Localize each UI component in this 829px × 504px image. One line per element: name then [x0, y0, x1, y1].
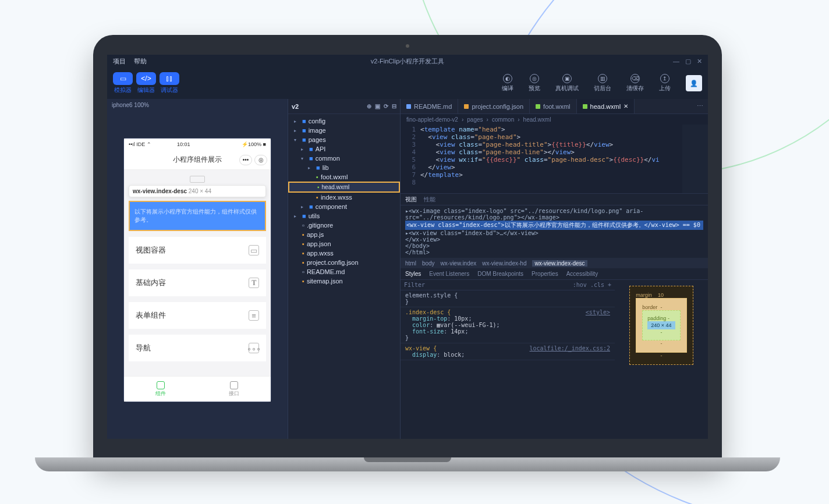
ide-window: 项目 帮助 v2-FinClip小程序开发工具 — ▢ ✕ ▭模拟器 </>编辑… — [107, 55, 708, 439]
action-preview[interactable]: ◎预览 — [529, 74, 540, 93]
phone-tab-api[interactable]: 接口 — [197, 377, 271, 402]
maximize-icon[interactable]: ▢ — [685, 58, 691, 65]
code-editor[interactable]: 1<template name="head">2 <view class="pa… — [401, 125, 708, 193]
box-model: margin 10 border - padding - 240 × 44 - … — [615, 280, 708, 439]
tree-node[interactable]: ▸■ API — [288, 144, 400, 154]
devtab-view[interactable]: 视图 — [405, 196, 417, 204]
action-compile[interactable]: ◐编译 — [502, 74, 513, 93]
preview-card[interactable]: 表单组件≡ — [129, 302, 266, 329]
tree-node[interactable]: ▸■ utils — [288, 211, 400, 221]
devtools-subtab[interactable]: Properties — [532, 271, 558, 277]
crumb[interactable]: pages — [467, 116, 483, 123]
close-icon[interactable]: ✕ — [697, 58, 702, 65]
preview-card[interactable]: 导航∘∘∘ — [129, 335, 266, 361]
explorer-root: v2 — [292, 103, 299, 110]
tree-node[interactable]: ▪ app.wxss — [288, 249, 400, 258]
laptop-frame: 项目 帮助 v2-FinClip小程序开发工具 — ▢ ✕ ▭模拟器 </>编辑… — [93, 35, 722, 460]
menu-project[interactable]: 项目 — [113, 57, 126, 66]
devtools-subtab[interactable]: Styles — [405, 271, 421, 277]
crumb[interactable]: head.wxml — [523, 116, 551, 123]
tree-node[interactable]: ▪ sitemap.json — [288, 276, 400, 286]
tree-node[interactable]: ▸■ config — [288, 116, 400, 126]
crumb[interactable]: fino-applet-demo-v2 — [406, 116, 458, 123]
devtools-subtab[interactable]: Accessibility — [566, 271, 598, 277]
preview-card[interactable]: 视图容器▭ — [129, 237, 266, 264]
dom-breadcrumb: htmlbodywx-view.indexwx-view.index-hdwx-… — [401, 258, 708, 268]
dom-crumb[interactable]: wx-view.index — [441, 260, 477, 267]
tree-node[interactable]: ▪ app.json — [288, 239, 400, 249]
dom-crumb[interactable]: body — [422, 260, 435, 267]
mode-debugger[interactable]: ⫿⫿调试器 — [160, 72, 179, 94]
simulator-pane: iphone6 100% ••ıl IDE ⌃ 10:01 ⚡100% ■ 小程… — [107, 99, 288, 439]
devtools-subtab[interactable]: Event Listeners — [429, 271, 469, 277]
tab-close-icon[interactable]: ✕ — [623, 103, 628, 109]
capsule-menu-icon[interactable]: ••• — [239, 155, 252, 165]
tree-node[interactable]: ▸■ lib — [288, 163, 400, 172]
tree-node[interactable]: ▸■ component — [288, 202, 400, 211]
minimap[interactable] — [682, 125, 708, 193]
tree-node[interactable]: ▫ .gitignore — [288, 221, 400, 230]
tabs-more-icon[interactable]: ⋯ — [692, 99, 708, 113]
window-title: v2-FinClip小程序开发工具 — [371, 57, 445, 66]
tree-node[interactable]: ▪ project.config.json — [288, 258, 400, 267]
tree-node[interactable]: ▪ foot.wxml — [288, 172, 400, 182]
hov-toggle[interactable]: :hov — [573, 282, 587, 288]
editor-tabs: README.md project.config.json foot.wxml … — [401, 99, 708, 114]
devtools-subtab[interactable]: DOM Breakpoints — [477, 271, 523, 277]
refresh-icon[interactable]: ⟳ — [384, 103, 388, 109]
styles-panel[interactable]: Filter :hov .cls + element.style {} <sty… — [401, 280, 615, 439]
collapse-icon[interactable]: ⊟ — [392, 103, 396, 109]
action-remote-debug[interactable]: ▣真机调试 — [555, 74, 579, 93]
avatar[interactable]: 👤 — [686, 75, 702, 91]
phone-title: 小程序组件展示 — [173, 155, 222, 165]
mode-editor[interactable]: </>编辑器 — [136, 72, 156, 94]
crumb[interactable]: common — [492, 116, 514, 123]
preview-card[interactable]: 基础内容𝐓 — [129, 269, 266, 296]
dom-crumb[interactable]: wx-view.index-hd — [482, 260, 526, 267]
menubar: 项目 帮助 v2-FinClip小程序开发工具 — ▢ ✕ — [107, 55, 708, 68]
minimize-icon[interactable]: — — [673, 58, 679, 65]
action-background[interactable]: ▥切后台 — [594, 74, 611, 93]
devtools-subtabs: StylesEvent ListenersDOM BreakpointsProp… — [401, 268, 708, 280]
tree-node[interactable]: ▫ README.md — [288, 267, 400, 276]
mode-simulator[interactable]: ▭模拟器 — [113, 72, 133, 94]
add-rule-icon[interactable]: + — [608, 282, 611, 288]
tree-node[interactable]: ▪ app.js — [288, 230, 400, 239]
action-upload[interactable]: ↥上传 — [659, 74, 671, 93]
logo-placeholder — [190, 176, 205, 183]
tree-node[interactable]: ▪ head.wxml — [288, 182, 400, 193]
cls-toggle[interactable]: .cls — [590, 282, 604, 288]
dom-crumb[interactable]: wx-view.index-desc — [532, 260, 587, 267]
phone-statusbar: ••ıl IDE ⌃ 10:01 ⚡100% ■ — [124, 139, 271, 150]
editor-tab[interactable]: README.md — [401, 99, 458, 113]
menu-help[interactable]: 帮助 — [134, 57, 147, 66]
tree-node[interactable]: ▾■ common — [288, 154, 400, 163]
laptop-base — [35, 457, 780, 471]
phone-preview: ••ıl IDE ⌃ 10:01 ⚡100% ■ 小程序组件展示 ••• ◎ w… — [124, 139, 271, 402]
phone-navbar: 小程序组件展示 ••• ◎ — [124, 150, 271, 170]
editor-tab[interactable]: project.config.json — [458, 99, 530, 113]
dom-tree[interactable]: ▸<wx-image class="index-logo" src="../re… — [401, 205, 708, 258]
phone-tab-component[interactable]: 组件 — [124, 377, 197, 402]
devtools: 视图 性能 ▸<wx-image class="index-logo" src=… — [401, 193, 708, 439]
inspect-tooltip: wx-view.index-desc 240 × 44 — [129, 185, 266, 197]
toolbar: ▭模拟器 </>编辑器 ⫿⫿调试器 ◐编译 ◎预览 ▣真机调试 ▥切后台 ⌫清缓… — [107, 68, 708, 99]
tree-node[interactable]: ▾■ pages — [288, 135, 400, 144]
highlighted-element: 以下将展示小程序官方组件能力，组件样式仅供参考。 — [129, 201, 266, 231]
new-file-icon[interactable]: ⊕ — [367, 103, 371, 109]
editor-tab[interactable]: foot.wxml — [530, 99, 576, 113]
simulator-status: iphone6 100% — [107, 99, 288, 111]
tree-node[interactable]: ▪ index.wxss — [288, 193, 400, 202]
new-folder-icon[interactable]: ▣ — [375, 103, 380, 109]
breadcrumb: fino-applet-demo-v2 › pages › common › h… — [401, 114, 708, 125]
tree-node[interactable]: ▸■ image — [288, 126, 400, 135]
editor-tab[interactable]: head.wxml✕ — [577, 99, 635, 113]
devtab-perf[interactable]: 性能 — [424, 196, 435, 204]
capsule-close-icon[interactable]: ◎ — [254, 155, 267, 165]
dom-crumb[interactable]: html — [405, 260, 416, 267]
action-clear-cache[interactable]: ⌫清缓存 — [626, 74, 644, 93]
file-explorer: v2 ⊕ ▣ ⟳ ⊟ ▸■ config ▸■ image ▾■ pages ▸… — [288, 99, 401, 439]
styles-filter[interactable]: Filter — [404, 282, 425, 288]
dom-selected-node[interactable]: <wx-view class="index-desc">以下将展示小程序官方组件… — [405, 221, 703, 230]
